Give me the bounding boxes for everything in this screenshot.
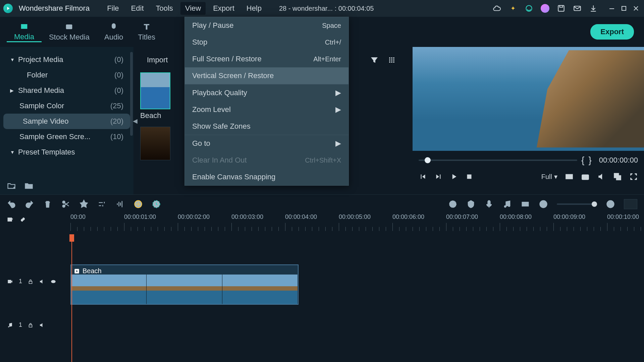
timeline-clip-beach[interactable]: Beach bbox=[70, 264, 299, 305]
sidebar-item-sample-green[interactable]: Sample Green Scre...(10) bbox=[0, 129, 133, 144]
media-thumb-2[interactable] bbox=[140, 127, 170, 160]
mark-out-icon[interactable]: } bbox=[588, 155, 591, 166]
filter-icon[interactable] bbox=[370, 56, 378, 64]
lock-icon[interactable] bbox=[28, 322, 34, 328]
ruler-tick: 00:00:03:00 bbox=[231, 214, 263, 221]
download-icon[interactable] bbox=[589, 4, 598, 13]
render-icon[interactable] bbox=[448, 199, 458, 209]
audio-track-icon bbox=[7, 322, 13, 328]
audio-edit-icon[interactable] bbox=[115, 199, 125, 209]
sidebar-item-preset-templates[interactable]: ▼Preset Templates bbox=[0, 144, 133, 160]
menu-play-pause[interactable]: Play / PauseSpace bbox=[185, 17, 348, 34]
crop-icon[interactable] bbox=[79, 199, 89, 209]
timeline-ruler[interactable]: 00:0000:00:01:0000:00:02:0000:00:03:0000… bbox=[0, 214, 644, 234]
account-icon[interactable] bbox=[541, 4, 549, 13]
close-button[interactable] bbox=[631, 4, 641, 13]
tab-media[interactable]: Media bbox=[7, 22, 42, 42]
split-icon[interactable] bbox=[61, 199, 70, 209]
link-icon[interactable] bbox=[19, 216, 26, 223]
stop-icon[interactable] bbox=[465, 172, 474, 181]
svg-rect-4 bbox=[622, 6, 626, 10]
menu-stop[interactable]: StopCtrl+/ bbox=[185, 34, 348, 51]
menu-help[interactable]: Help bbox=[242, 2, 266, 15]
menu-vertical-screen[interactable]: Vertical Screen / Restore bbox=[185, 67, 348, 84]
export-button[interactable]: Export bbox=[590, 24, 634, 40]
add-track-icon[interactable] bbox=[7, 216, 13, 223]
audio-sync-icon[interactable] bbox=[133, 199, 143, 209]
volume-icon[interactable] bbox=[597, 172, 606, 181]
zoom-out-icon[interactable] bbox=[539, 199, 548, 209]
snapshot-icon[interactable] bbox=[581, 172, 590, 181]
preview-scrubber[interactable] bbox=[419, 160, 577, 161]
menu-tools[interactable]: Tools bbox=[151, 2, 178, 15]
compare-icon[interactable] bbox=[565, 172, 574, 181]
menu-playback-quality[interactable]: Playback Quality▶ bbox=[185, 84, 348, 101]
menu-fullscreen[interactable]: Full Screen / RestoreAlt+Enter bbox=[185, 51, 348, 67]
maximize-button[interactable] bbox=[619, 4, 629, 13]
delete-icon[interactable] bbox=[43, 199, 52, 209]
adjust-icon[interactable] bbox=[97, 199, 107, 209]
visibility-icon[interactable] bbox=[50, 279, 56, 285]
cloud-icon[interactable] bbox=[492, 4, 501, 13]
timeline-tracks[interactable]: 1 1 Beach bbox=[0, 234, 644, 335]
zoom-slider[interactable] bbox=[557, 203, 597, 205]
record-vo-icon[interactable] bbox=[484, 199, 494, 209]
import-button[interactable]: Import bbox=[140, 54, 174, 66]
collapse-sidebar-icon[interactable]: ◀ bbox=[133, 117, 138, 125]
mute-icon[interactable] bbox=[39, 279, 45, 285]
mark-in-icon[interactable]: { bbox=[581, 155, 584, 166]
minimize-button[interactable] bbox=[607, 4, 616, 13]
detach-icon[interactable] bbox=[613, 172, 622, 181]
tips-icon[interactable]: ✦ bbox=[508, 4, 517, 13]
menu-canvas-snapping[interactable]: Enable Canvas Snapping bbox=[185, 169, 348, 185]
save-icon[interactable] bbox=[557, 4, 566, 13]
next-frame-icon[interactable] bbox=[434, 172, 443, 181]
quality-dropdown[interactable]: Full▾ bbox=[541, 173, 557, 181]
menu-view[interactable]: View bbox=[180, 2, 206, 15]
playhead[interactable] bbox=[70, 234, 73, 362]
support-icon[interactable] bbox=[525, 4, 533, 13]
tab-titles[interactable]: Titles bbox=[130, 22, 163, 42]
media-thumb-beach[interactable]: Beach bbox=[140, 72, 170, 120]
tab-audio[interactable]: Audio bbox=[97, 22, 130, 42]
zoom-in-icon[interactable] bbox=[606, 199, 615, 209]
speed-icon[interactable] bbox=[152, 199, 161, 209]
audio-track-header[interactable]: 1 bbox=[7, 321, 45, 328]
grid-view-icon[interactable] bbox=[388, 56, 396, 64]
undo-icon[interactable] bbox=[7, 199, 16, 209]
menu-goto[interactable]: Go to▶ bbox=[185, 135, 348, 152]
fullscreen-icon[interactable] bbox=[629, 172, 638, 181]
mail-icon[interactable] bbox=[573, 4, 582, 13]
play-icon[interactable] bbox=[449, 172, 458, 181]
sidebar-item-sample-color[interactable]: Sample Color(25) bbox=[0, 98, 133, 114]
fit-icon[interactable] bbox=[521, 199, 530, 209]
svg-rect-36 bbox=[8, 218, 12, 221]
mixer-icon[interactable] bbox=[502, 199, 512, 209]
svg-rect-37 bbox=[8, 280, 11, 283]
timeline-preview-icon[interactable] bbox=[624, 199, 637, 209]
menu-zoom-level[interactable]: Zoom Level▶ bbox=[185, 101, 348, 118]
menu-safe-zones[interactable]: Show Safe Zones bbox=[185, 118, 348, 135]
preview-timecode: 00:00:00:00 bbox=[599, 156, 638, 165]
sidebar-scrollbar[interactable] bbox=[130, 52, 133, 136]
mute-icon[interactable] bbox=[39, 322, 45, 328]
redo-icon[interactable] bbox=[25, 199, 34, 209]
sidebar-item-shared-media[interactable]: ▶Shared Media(0) bbox=[0, 83, 133, 98]
video-track-icon bbox=[7, 278, 13, 285]
menu-export[interactable]: Export bbox=[208, 2, 239, 15]
prev-frame-icon[interactable] bbox=[419, 172, 427, 181]
video-track-header[interactable]: 1 bbox=[7, 278, 56, 285]
folder-icon[interactable] bbox=[24, 181, 34, 191]
sidebar-item-project-media[interactable]: ▼Project Media(0) bbox=[0, 52, 133, 67]
tab-stock-media[interactable]: Stock Media bbox=[42, 22, 97, 42]
menu-file[interactable]: File bbox=[102, 2, 123, 15]
preview-viewport[interactable] bbox=[413, 47, 644, 151]
sidebar-item-folder[interactable]: Folder(0) bbox=[0, 67, 133, 83]
menu-edit[interactable]: Edit bbox=[126, 2, 149, 15]
marker-icon[interactable] bbox=[466, 199, 476, 209]
sidebar-item-sample-video[interactable]: Sample Video(20) bbox=[3, 114, 130, 129]
app-logo bbox=[3, 4, 13, 13]
new-folder-icon[interactable] bbox=[7, 181, 16, 191]
lock-icon[interactable] bbox=[28, 279, 34, 285]
svg-point-40 bbox=[8, 326, 9, 327]
